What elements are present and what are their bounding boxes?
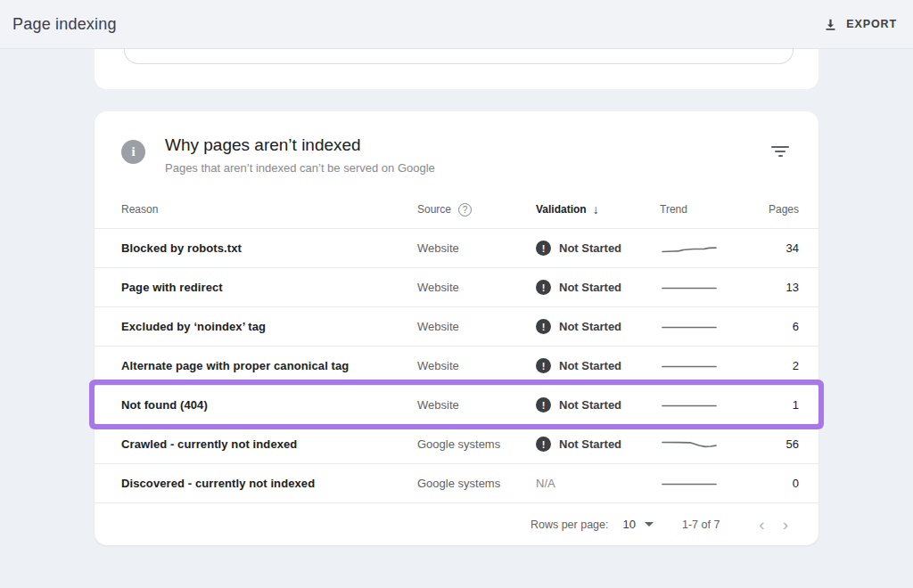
- table-footer: Rows per page: 10 1-7 of 7 ‹ ›: [95, 502, 818, 545]
- top-app-bar: Page indexing EXPORT: [0, 0, 913, 49]
- warning-icon: !: [536, 437, 551, 452]
- source-cell: Google systems: [417, 437, 536, 451]
- table-header-row: Reason Source ? Validation ↓ Trend Pages: [95, 191, 818, 228]
- sort-descending-icon: ↓: [593, 202, 599, 216]
- partial-top-card: [95, 49, 818, 89]
- trend-sparkline: [660, 359, 719, 373]
- pages-cell: 1: [750, 398, 799, 412]
- trend-sparkline: [660, 437, 719, 452]
- trend-cell: [656, 437, 750, 452]
- reason-cell: Alternate page with proper canonical tag: [121, 359, 417, 372]
- trend-sparkline: [660, 398, 719, 412]
- trend-cell: [656, 320, 750, 334]
- table-row[interactable]: Crawled - currently not indexed Google s…: [95, 424, 818, 463]
- trend-cell: [656, 241, 750, 256]
- table-row-highlighted[interactable]: Not found (404) Website !Not Started 1: [95, 385, 818, 424]
- table-row[interactable]: Alternate page with proper canonical tag…: [95, 346, 818, 385]
- warning-icon: !: [536, 358, 551, 373]
- export-label: EXPORT: [846, 18, 897, 30]
- filter-icon: [770, 146, 790, 157]
- partial-searchbox-outline: [124, 48, 794, 64]
- validation-cell: !Not Started: [536, 241, 656, 256]
- validation-label: Not Started: [559, 241, 621, 255]
- source-cell: Website: [417, 359, 536, 372]
- pages-cell: 6: [750, 320, 799, 333]
- export-button[interactable]: EXPORT: [823, 17, 897, 32]
- filter-button[interactable]: [765, 141, 795, 165]
- pages-cell: 34: [750, 241, 799, 255]
- trend-cell: [656, 359, 750, 373]
- trend-sparkline: [660, 320, 719, 334]
- pages-cell: 56: [750, 437, 799, 451]
- rows-per-page-value: 10: [622, 518, 635, 531]
- rows-per-page-select[interactable]: 10: [622, 518, 653, 531]
- source-cell: Website: [417, 320, 536, 333]
- validation-cell: !N/A: [536, 477, 656, 490]
- column-header-reason[interactable]: Reason: [121, 203, 417, 216]
- column-header-pages[interactable]: Pages: [750, 203, 799, 216]
- pages-cell: 13: [750, 281, 799, 294]
- reason-cell: Crawled - currently not indexed: [121, 437, 417, 451]
- source-header-label: Source: [417, 203, 451, 216]
- pages-cell: 2: [750, 359, 799, 372]
- reason-cell: Page with redirect: [121, 281, 417, 294]
- validation-label: Not Started: [559, 320, 621, 333]
- validation-label: Not Started: [559, 437, 621, 451]
- validation-cell: !Not Started: [536, 358, 656, 373]
- reason-cell: Blocked by robots.txt: [121, 241, 417, 255]
- trend-cell: [656, 398, 750, 412]
- info-icon: i: [121, 140, 145, 164]
- validation-cell: !Not Started: [536, 397, 656, 412]
- table-row[interactable]: Page with redirect Website !Not Started …: [95, 267, 818, 306]
- table-row[interactable]: Discovered - currently not indexed Googl…: [95, 463, 818, 502]
- warning-icon: !: [536, 241, 551, 256]
- rows-per-page-label: Rows per page:: [531, 519, 609, 531]
- warning-icon: !: [536, 280, 551, 295]
- source-cell: Website: [417, 281, 536, 294]
- validation-label: Not Started: [559, 359, 621, 372]
- validation-cell: !Not Started: [536, 437, 656, 452]
- warning-icon: !: [536, 319, 551, 334]
- validation-cell: !Not Started: [536, 319, 656, 334]
- pages-cell: 0: [750, 477, 799, 490]
- validation-cell: !Not Started: [536, 280, 656, 295]
- source-cell: Website: [417, 398, 536, 412]
- reason-cell: Discovered - currently not indexed: [121, 477, 417, 490]
- page-title: Page indexing: [12, 15, 117, 34]
- trend-cell: [656, 281, 750, 295]
- dropdown-arrow-icon: [645, 522, 654, 527]
- table-row[interactable]: Excluded by ‘noindex’ tag Website !Not S…: [95, 306, 818, 346]
- previous-page-button[interactable]: ‹: [750, 512, 773, 536]
- download-icon: [823, 17, 838, 32]
- column-header-validation[interactable]: Validation ↓: [536, 202, 656, 216]
- trend-sparkline: [660, 281, 719, 295]
- validation-header-label: Validation: [536, 203, 587, 216]
- validation-label: N/A: [536, 477, 555, 490]
- trend-sparkline: [660, 241, 719, 256]
- trend-sparkline: [660, 477, 719, 491]
- next-page-button[interactable]: ›: [774, 512, 797, 536]
- reason-cell: Not found (404): [121, 398, 417, 412]
- card-header: i Why pages aren’t indexed Pages that ar…: [95, 111, 818, 175]
- validation-label: Not Started: [559, 281, 621, 294]
- trend-cell: [656, 477, 750, 491]
- warning-icon: !: [536, 397, 551, 412]
- validation-label: Not Started: [559, 398, 621, 412]
- reason-cell: Excluded by ‘noindex’ tag: [121, 320, 417, 333]
- source-cell: Website: [417, 241, 536, 255]
- column-header-source[interactable]: Source ?: [417, 203, 536, 216]
- panel-title: Why pages aren’t indexed: [165, 135, 765, 155]
- table-row[interactable]: Blocked by robots.txt Website !Not Start…: [95, 228, 818, 267]
- pagination-range: 1-7 of 7: [682, 519, 720, 531]
- source-cell: Google systems: [417, 477, 536, 490]
- help-icon[interactable]: ?: [458, 203, 472, 216]
- column-header-trend: Trend: [656, 203, 750, 216]
- panel-subtitle: Pages that aren’t indexed can’t be serve…: [165, 161, 765, 175]
- why-pages-arent-indexed-card: i Why pages aren’t indexed Pages that ar…: [95, 111, 818, 545]
